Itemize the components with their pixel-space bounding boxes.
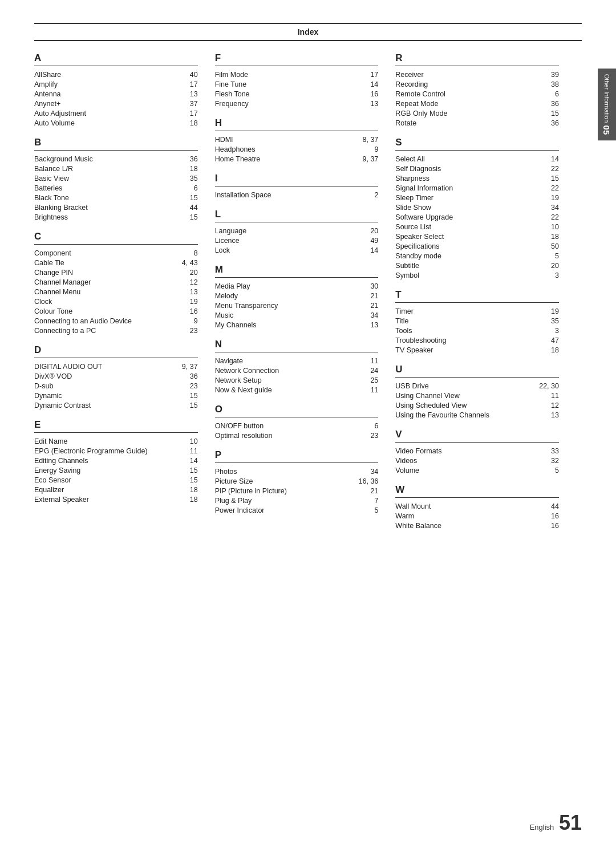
item-page: 13 [178, 90, 198, 98]
item-name: Energy Saving [34, 466, 178, 474]
item-page: 39 [539, 71, 559, 79]
footer-lang: English [530, 823, 554, 831]
section-letter-R: R [395, 52, 559, 66]
item-page: 11 [178, 447, 198, 455]
item-page: 20 [358, 227, 378, 235]
item-name: Recording [395, 80, 539, 88]
item-page: 21 [358, 302, 378, 310]
item-name: Film Mode [215, 71, 359, 79]
index-item: TV Speaker18 [395, 345, 559, 355]
index-item: Receiver39 [395, 70, 559, 79]
item-name: Brightness [34, 213, 178, 221]
item-page: 17 [358, 71, 378, 79]
index-item: Eco Sensor15 [34, 475, 198, 485]
item-name: My Channels [215, 321, 359, 329]
item-page: 9 [358, 145, 378, 153]
index-item: Volume5 [395, 465, 559, 475]
item-page: 14 [358, 80, 378, 88]
item-page: 17 [178, 109, 198, 117]
item-page: 11 [539, 392, 559, 400]
item-name: Warm [395, 512, 539, 520]
index-item: Background Music36 [34, 154, 198, 164]
item-page: 11 [358, 386, 378, 394]
item-name: Remote Control [395, 90, 539, 98]
item-name: Slide Show [395, 204, 539, 212]
item-name: Frequency [215, 100, 359, 108]
index-item: Edit Name10 [34, 436, 198, 446]
item-page: 23 [358, 432, 378, 440]
index-item: Channel Manager12 [34, 277, 198, 287]
item-name: Dynamic [34, 392, 178, 400]
item-name: Title [395, 317, 539, 325]
item-page: 2 [358, 191, 378, 199]
item-name: Amplify [34, 80, 178, 88]
index-item: DivX® VOD36 [34, 371, 198, 381]
index-item: Videos32 [395, 456, 559, 465]
index-item: Clock19 [34, 297, 198, 306]
item-name: Wall Mount [395, 502, 539, 510]
item-name: Black Tone [34, 194, 178, 202]
item-page: 33 [539, 447, 559, 455]
index-item: Video Formats33 [395, 446, 559, 456]
item-name: Speaker Select [395, 233, 539, 241]
section-letter-O: O [215, 404, 379, 417]
item-name: Music [215, 311, 359, 319]
index-item: Auto Adjustment17 [34, 108, 198, 118]
index-item: Black Tone15 [34, 193, 198, 202]
item-page: 23 [178, 327, 198, 335]
index-item: USB Drive22, 30 [395, 381, 559, 391]
section-E: EEdit Name10EPG (Electronic Programme Gu… [34, 419, 198, 504]
section-T: TTimer19Title35Tools3Troubleshooting47TV… [395, 289, 559, 355]
index-item: Title35 [395, 316, 559, 326]
index-item: Installation Space2 [215, 190, 379, 200]
item-page: 21 [358, 487, 378, 495]
item-name: DIGITAL AUDIO OUT [34, 363, 178, 371]
item-name: Symbol [395, 271, 539, 279]
index-item: Energy Saving15 [34, 465, 198, 475]
item-name: Using Scheduled View [395, 401, 539, 409]
item-page: 16 [539, 512, 559, 520]
item-name: Clock [34, 298, 178, 306]
item-page: 15 [178, 213, 198, 221]
item-page: 13 [358, 100, 378, 108]
item-name: Power Indicator [215, 506, 359, 514]
item-page: 22 [539, 213, 559, 221]
item-page: 13 [178, 288, 198, 296]
item-page: 40 [178, 71, 198, 79]
item-name: Connecting to an Audio Device [34, 317, 178, 325]
section-R: RReceiver39Recording38Remote Control6Rep… [395, 52, 559, 128]
index-item: Melody21 [215, 291, 379, 301]
index-item: Change PIN20 [34, 267, 198, 277]
item-name: Eco Sensor [34, 476, 178, 484]
index-item: Flesh Tone16 [215, 89, 379, 99]
item-page: 5 [539, 466, 559, 474]
section-letter-H: H [215, 117, 379, 131]
item-name: Select All [395, 155, 539, 163]
section-A: AAllShare40Amplify17Antenna13Anynet+37Au… [34, 52, 198, 128]
item-name: Receiver [395, 71, 539, 79]
index-item: Auto Volume18 [34, 118, 198, 128]
index-item: Photos34 [215, 466, 379, 476]
index-item: Slide Show34 [395, 202, 559, 212]
index-item: Subtitle20 [395, 261, 559, 270]
index-item: AllShare40 [34, 70, 198, 79]
item-name: Photos [215, 468, 359, 476]
section-U: UUSB Drive22, 30Using Channel View11Usin… [395, 364, 559, 420]
index-item: Amplify17 [34, 79, 198, 89]
item-page: 15 [539, 175, 559, 182]
item-name: TV Speaker [395, 346, 539, 354]
section-B: BBackground Music36Balance L/R18Basic Vi… [34, 137, 198, 222]
index-item: Batteries6 [34, 183, 198, 193]
item-page: 18 [178, 119, 198, 127]
index-item: Rotate36 [395, 118, 559, 128]
item-page: 14 [539, 155, 559, 163]
footer-page-number: 51 [559, 811, 582, 834]
item-name: Timer [395, 307, 539, 315]
item-name: Specifications [395, 242, 539, 250]
item-page: 5 [539, 252, 559, 260]
item-page: 12 [178, 278, 198, 286]
index-item: EPG (Electronic Programme Guide)11 [34, 446, 198, 456]
index-item: Media Play30 [215, 281, 379, 291]
item-page: 36 [178, 155, 198, 163]
index-item: Navigate11 [215, 356, 379, 366]
